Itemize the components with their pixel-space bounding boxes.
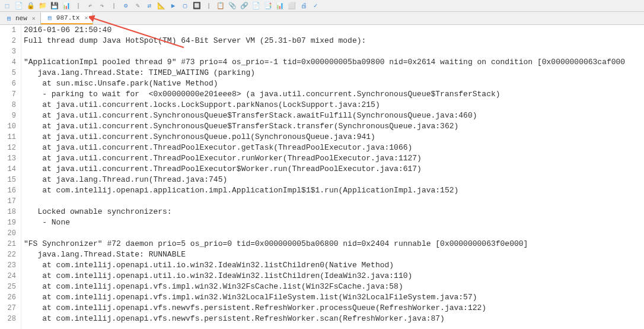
toolbar-icon[interactable]: 📊 xyxy=(62,1,71,11)
toolbar-icon[interactable]: 🔗 xyxy=(240,1,249,11)
file-icon: ▤ xyxy=(46,14,54,22)
line-number: 24 xyxy=(0,271,16,281)
toolbar-icon[interactable]: 🖨 xyxy=(299,1,308,11)
line-number: 6 xyxy=(0,78,16,89)
code-line[interactable]: - None xyxy=(24,217,644,228)
toolbar-icon[interactable]: ⇄ xyxy=(145,1,154,11)
tab-label: new xyxy=(15,15,27,22)
line-number: 22 xyxy=(0,249,16,260)
line-number: 27 xyxy=(0,303,16,314)
line-number: 26 xyxy=(0,292,16,303)
line-number: 17 xyxy=(0,196,16,207)
line-number: 15 xyxy=(0,175,16,185)
toolbar-icon[interactable]: 📐 xyxy=(157,1,166,11)
line-number: 1 xyxy=(0,25,16,36)
toolbar-icon[interactable]: 📊 xyxy=(275,1,285,11)
code-line[interactable]: java.lang.Thread.State: RUNNABLE xyxy=(24,249,644,260)
tab-label: 987.tx xyxy=(56,14,80,21)
toolbar-icon[interactable]: | xyxy=(109,1,119,11)
toolbar-icon[interactable]: ⚙ xyxy=(121,1,130,11)
code-line[interactable]: at java.lang.Thread.run(Thread.java:745) xyxy=(24,175,644,185)
line-number: 18 xyxy=(0,207,16,217)
code-line[interactable]: Locked ownable synchronizers: xyxy=(24,207,644,217)
code-line[interactable]: at java.util.concurrent.locks.LockSuppor… xyxy=(24,100,644,110)
toolbar-icon[interactable]: | xyxy=(204,1,213,11)
code-line[interactable]: "ApplicationImpl pooled thread 9" #73 pr… xyxy=(24,57,644,68)
line-number: 14 xyxy=(0,164,16,175)
toolbar-icon[interactable]: 📁 xyxy=(38,1,47,11)
tab-987-txt[interactable]: ▤ 987.tx ✕ xyxy=(41,12,94,24)
line-number-gutter: 1234567891011121314151617181920212223242… xyxy=(0,25,21,329)
code-line[interactable]: 2016-01-06 21:50:40 xyxy=(24,25,644,36)
close-icon[interactable]: ✕ xyxy=(84,14,88,21)
code-line[interactable]: at java.util.concurrent.ThreadPoolExecut… xyxy=(24,143,644,153)
line-number: 7 xyxy=(0,89,16,100)
toolbar-icon[interactable]: ↶ xyxy=(85,1,95,11)
toolbar-icon[interactable]: 📎 xyxy=(228,1,237,11)
code-line[interactable] xyxy=(24,228,644,239)
line-number: 9 xyxy=(0,110,16,121)
code-line[interactable]: "FS Synchronizer" #72 daemon prio=5 os_p… xyxy=(24,239,644,249)
line-number: 21 xyxy=(0,239,16,249)
code-line[interactable]: at com.intellij.openapi.util.io.win32.Id… xyxy=(24,271,644,281)
toolbar-icon[interactable]: 📄 xyxy=(251,1,261,11)
toolbar-icon[interactable]: 📑 xyxy=(263,1,273,11)
line-number: 16 xyxy=(0,185,16,196)
main-toolbar: ⬚ 📄 🔒 📁 💾 📊 | ↶ ↷ | ⚙ ✎ ⇄ 📐 ▶ ▢ 🔲 | 📋 📎 … xyxy=(0,0,644,12)
toolbar-icon[interactable]: 📋 xyxy=(216,1,225,11)
code-line[interactable]: at sun.misc.Unsafe.park(Native Method) xyxy=(24,78,644,89)
tab-new[interactable]: ▤ new ✕ xyxy=(0,12,41,24)
toolbar-icon[interactable]: 🔒 xyxy=(26,1,36,11)
editor-area[interactable]: 1234567891011121314151617181920212223242… xyxy=(0,25,644,329)
line-number: 12 xyxy=(0,143,16,153)
code-line[interactable]: at com.intellij.openapi.vfs.impl.win32.W… xyxy=(24,281,644,292)
code-line[interactable]: Full thread dump Java HotSpot(TM) 64-Bit… xyxy=(24,36,644,46)
code-line[interactable]: at com.intellij.openapi.vfs.newvfs.persi… xyxy=(24,303,644,314)
toolbar-icon[interactable]: 🔲 xyxy=(192,1,202,11)
line-number: 2 xyxy=(0,36,16,46)
code-line[interactable]: at java.util.concurrent.SynchronousQueue… xyxy=(24,132,644,143)
code-line[interactable] xyxy=(24,196,644,207)
code-line[interactable]: java.lang.Thread.State: TIMED_WAITING (p… xyxy=(24,68,644,78)
toolbar-icon[interactable]: ✎ xyxy=(133,1,142,11)
line-number: 3 xyxy=(0,46,16,57)
toolbar-icon[interactable]: ⬚ xyxy=(2,1,12,11)
line-number: 4 xyxy=(0,57,16,68)
code-line[interactable]: at com.intellij.openapi.application.impl… xyxy=(24,185,644,196)
toolbar-icon[interactable]: 📄 xyxy=(14,1,24,11)
line-number: 11 xyxy=(0,132,16,143)
code-line[interactable]: at com.intellij.openapi.util.io.win32.Id… xyxy=(24,260,644,271)
toolbar-icon[interactable]: ✓ xyxy=(311,1,320,11)
code-line[interactable]: - parking to wait for <0x00000000e201eee… xyxy=(24,89,644,100)
tab-bar: ▤ new ✕ ▤ 987.tx ✕ xyxy=(0,12,644,25)
code-line[interactable]: at com.intellij.openapi.vfs.impl.win32.W… xyxy=(24,292,644,303)
file-icon: ▤ xyxy=(5,14,13,23)
code-line[interactable]: at java.util.concurrent.SynchronousQueue… xyxy=(24,121,644,132)
code-content[interactable]: 2016-01-06 21:50:40Full thread dump Java… xyxy=(21,25,644,329)
line-number: 25 xyxy=(0,281,16,292)
line-number: 13 xyxy=(0,153,16,164)
toolbar-icon[interactable]: 💾 xyxy=(50,1,59,11)
code-line[interactable]: at java.util.concurrent.ThreadPoolExecut… xyxy=(24,153,644,164)
toolbar-icon[interactable]: ↷ xyxy=(97,1,107,11)
line-number: 28 xyxy=(0,314,16,324)
toolbar-icon[interactable]: ⬜ xyxy=(287,1,297,11)
code-line[interactable]: at com.intellij.openapi.vfs.newvfs.persi… xyxy=(24,314,644,324)
line-number: 5 xyxy=(0,68,16,78)
code-line[interactable] xyxy=(24,46,644,57)
line-number: 8 xyxy=(0,100,16,110)
code-line[interactable]: at java.util.concurrent.SynchronousQueue… xyxy=(24,110,644,121)
line-number: 10 xyxy=(0,121,16,132)
close-icon[interactable]: ✕ xyxy=(32,15,36,22)
line-number: 19 xyxy=(0,217,16,228)
code-line[interactable]: at java.util.concurrent.ThreadPoolExecut… xyxy=(24,164,644,175)
toolbar-icon[interactable]: ▢ xyxy=(180,1,190,11)
toolbar-icon[interactable]: | xyxy=(74,1,83,11)
toolbar-icon[interactable]: ▶ xyxy=(168,1,178,11)
line-number: 23 xyxy=(0,260,16,271)
line-number: 20 xyxy=(0,228,16,239)
